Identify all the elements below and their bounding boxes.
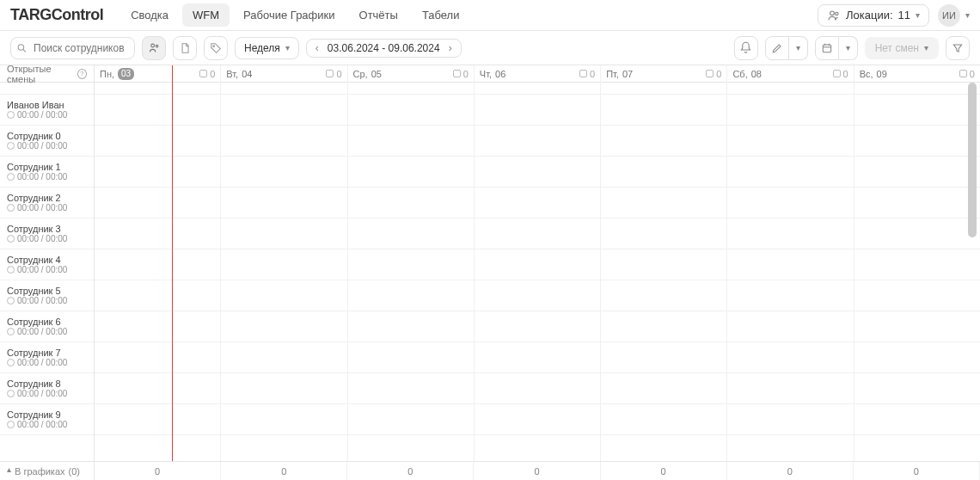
schedule-cell[interactable] bbox=[348, 95, 474, 126]
day-header[interactable]: Вт, 040 bbox=[221, 65, 346, 83]
schedule-cell[interactable] bbox=[854, 157, 980, 188]
schedule-cell[interactable] bbox=[348, 404, 474, 435]
schedule-cell[interactable] bbox=[601, 249, 726, 280]
schedule-cell[interactable] bbox=[475, 373, 600, 404]
employee-row[interactable]: Сотрудник 300:00 / 00:00 bbox=[0, 218, 94, 249]
period-selector[interactable]: Неделя ▾ bbox=[235, 37, 299, 59]
employee-row[interactable]: Сотрудник 700:00 / 00:00 bbox=[0, 342, 94, 373]
schedule-cell[interactable] bbox=[601, 342, 726, 373]
schedule-cell[interactable] bbox=[601, 311, 726, 342]
open-shifts-cell[interactable] bbox=[727, 83, 853, 95]
nav-item-4[interactable]: Табели bbox=[412, 3, 470, 27]
calendar-dropdown-button[interactable]: ▾ bbox=[839, 36, 858, 60]
open-shifts-cell[interactable] bbox=[475, 83, 600, 95]
date-prev-button[interactable]: ‹ bbox=[314, 42, 321, 54]
schedule-cell[interactable] bbox=[475, 342, 600, 373]
schedule-cell[interactable] bbox=[95, 249, 220, 280]
schedule-cell[interactable] bbox=[854, 249, 980, 280]
schedule-cell[interactable] bbox=[475, 311, 600, 342]
employee-row[interactable]: Сотрудник 600:00 / 00:00 bbox=[0, 311, 94, 342]
edit-button[interactable] bbox=[765, 36, 789, 60]
scrollbar-thumb[interactable] bbox=[968, 83, 977, 237]
employee-row[interactable]: Сотрудник 100:00 / 00:00 bbox=[0, 157, 94, 188]
employee-row[interactable]: Сотрудник 900:00 / 00:00 bbox=[0, 404, 94, 435]
nav-item-3[interactable]: Отчёты bbox=[349, 3, 408, 27]
schedule-cell[interactable] bbox=[221, 188, 346, 218]
schedule-cell[interactable] bbox=[95, 280, 220, 311]
schedule-cell[interactable] bbox=[348, 188, 474, 218]
schedule-cell[interactable] bbox=[727, 218, 853, 249]
schedule-cell[interactable] bbox=[348, 126, 474, 157]
schedule-cell[interactable] bbox=[727, 311, 853, 342]
schedule-cell[interactable] bbox=[221, 404, 346, 435]
nav-item-1[interactable]: WFM bbox=[182, 3, 230, 27]
schedule-cell[interactable] bbox=[854, 342, 980, 373]
schedule-cell[interactable] bbox=[95, 218, 220, 249]
schedule-cell[interactable] bbox=[221, 95, 346, 126]
filter-button[interactable] bbox=[946, 36, 970, 60]
schedule-cell[interactable] bbox=[727, 373, 853, 404]
schedule-cell[interactable] bbox=[348, 157, 474, 188]
schedule-cell[interactable] bbox=[475, 95, 600, 126]
schedule-cell[interactable] bbox=[221, 280, 346, 311]
schedule-cell[interactable] bbox=[221, 311, 346, 342]
day-header[interactable]: Пт, 070 bbox=[601, 65, 726, 83]
schedule-cell[interactable] bbox=[727, 404, 853, 435]
employee-row[interactable]: Сотрудник 800:00 / 00:00 bbox=[0, 373, 94, 404]
employee-row[interactable]: Сотрудник 200:00 / 00:00 bbox=[0, 188, 94, 218]
schedule-cell[interactable] bbox=[475, 188, 600, 218]
schedule-cell[interactable] bbox=[221, 373, 346, 404]
open-shifts-cell[interactable] bbox=[601, 83, 726, 95]
no-shifts-button[interactable]: Нет смен ▾ bbox=[865, 37, 939, 59]
footer-toggle[interactable]: ▾ В графиках (0) bbox=[0, 462, 95, 480]
notifications-button[interactable] bbox=[734, 36, 758, 60]
schedule-cell[interactable] bbox=[727, 188, 853, 218]
schedule-cell[interactable] bbox=[348, 280, 474, 311]
schedule-cell[interactable] bbox=[727, 280, 853, 311]
schedule-cell[interactable] bbox=[727, 157, 853, 188]
schedule-cell[interactable] bbox=[601, 280, 726, 311]
employee-row[interactable]: Сотрудник 500:00 / 00:00 bbox=[0, 280, 94, 311]
schedule-cell[interactable] bbox=[221, 342, 346, 373]
schedule-cell[interactable] bbox=[854, 311, 980, 342]
schedule-cell[interactable] bbox=[95, 188, 220, 218]
open-shifts-header[interactable]: Открытые смены ? bbox=[0, 65, 94, 83]
day-header[interactable]: Пн, 030 bbox=[95, 65, 220, 83]
schedule-cell[interactable] bbox=[475, 404, 600, 435]
schedule-cell[interactable] bbox=[601, 373, 726, 404]
schedule-cell[interactable] bbox=[854, 126, 980, 157]
schedule-cell[interactable] bbox=[727, 342, 853, 373]
schedule-cell[interactable] bbox=[221, 126, 346, 157]
date-next-button[interactable]: › bbox=[447, 42, 454, 54]
user-menu[interactable]: ИИ ▾ bbox=[938, 4, 970, 27]
date-range-text[interactable]: 03.06.2024 - 09.06.2024 bbox=[328, 42, 440, 54]
day-header[interactable]: Сб, 080 bbox=[727, 65, 853, 83]
schedule-cell[interactable] bbox=[854, 95, 980, 126]
schedule-cell[interactable] bbox=[854, 404, 980, 435]
employee-row[interactable]: Сотрудник 400:00 / 00:00 bbox=[0, 249, 94, 280]
schedule-cell[interactable] bbox=[854, 280, 980, 311]
schedule-cell[interactable] bbox=[221, 157, 346, 188]
schedule-cell[interactable] bbox=[348, 311, 474, 342]
schedule-cell[interactable] bbox=[475, 249, 600, 280]
nav-item-2[interactable]: Рабочие Графики bbox=[233, 3, 345, 27]
calendar-button[interactable] bbox=[815, 36, 839, 60]
open-shifts-cell[interactable] bbox=[854, 83, 980, 95]
schedule-cell[interactable] bbox=[221, 218, 346, 249]
schedule-cell[interactable] bbox=[854, 218, 980, 249]
schedule-cell[interactable] bbox=[95, 404, 220, 435]
schedule-cell[interactable] bbox=[601, 126, 726, 157]
schedule-cell[interactable] bbox=[348, 249, 474, 280]
document-view-button[interactable] bbox=[173, 36, 197, 60]
schedule-cell[interactable] bbox=[854, 188, 980, 218]
schedule-cell[interactable] bbox=[854, 373, 980, 404]
schedule-cell[interactable] bbox=[95, 311, 220, 342]
group-by-people-button[interactable] bbox=[142, 36, 166, 60]
schedule-cell[interactable] bbox=[601, 95, 726, 126]
schedule-cell[interactable] bbox=[95, 95, 220, 126]
schedule-cell[interactable] bbox=[348, 373, 474, 404]
schedule-cell[interactable] bbox=[727, 95, 853, 126]
schedule-cell[interactable] bbox=[475, 218, 600, 249]
employee-row[interactable]: Иванов Иван00:00 / 00:00 bbox=[0, 95, 94, 126]
day-header[interactable]: Чт, 060 bbox=[475, 65, 600, 83]
